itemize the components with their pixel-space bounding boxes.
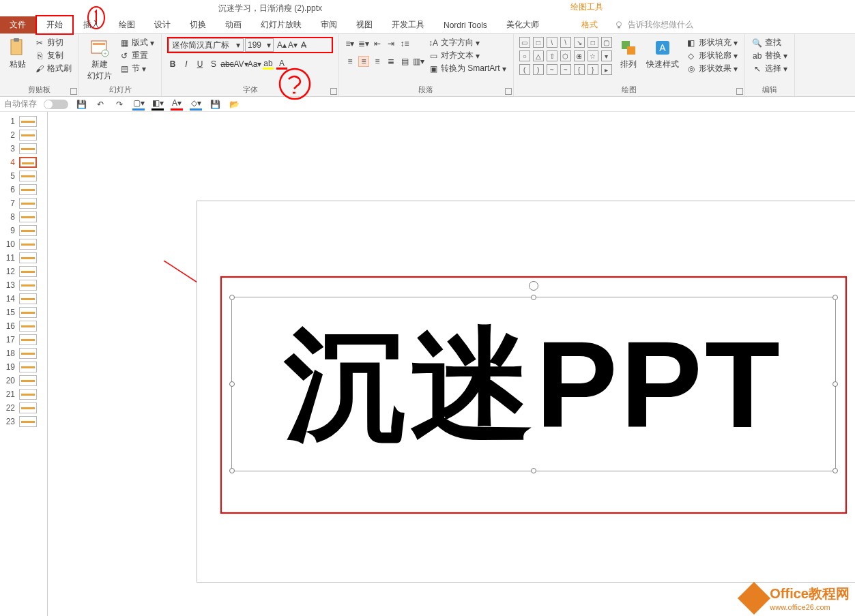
redo-icon[interactable]: ↷	[113, 98, 126, 111]
columns-button[interactable]: ▥▾	[413, 56, 424, 67]
cut-button[interactable]: ✂剪切	[33, 37, 73, 48]
font-size-combo[interactable]: 199▾	[245, 38, 274, 52]
thumbnail-16[interactable]: 16	[0, 319, 47, 333]
thumbnail-21[interactable]: 21	[0, 387, 47, 401]
justify-button[interactable]: ≣	[386, 56, 396, 67]
qat-fill-icon[interactable]: ◧▾	[151, 98, 164, 111]
tab-transitions[interactable]: 切换	[180, 16, 216, 33]
thumbnail-9[interactable]: 9	[0, 224, 47, 237]
thumbnail-23[interactable]: 23	[0, 415, 47, 428]
tab-beautify[interactable]: 美化大师	[497, 16, 549, 33]
qat-save2-icon[interactable]: 💾	[209, 98, 221, 111]
tab-view[interactable]: 视图	[347, 16, 382, 33]
qat-outline-icon[interactable]: ◇▾	[190, 98, 202, 111]
align-center-button[interactable]: ≡	[358, 56, 369, 67]
slide-thumbnails[interactable]: 1234567891011121314151617181920212223	[0, 112, 48, 616]
layout-button[interactable]: ▦版式▾	[117, 37, 156, 48]
tab-design[interactable]: 设计	[145, 16, 180, 33]
paste-button[interactable]: 粘贴	[5, 37, 30, 72]
shape-fill-button[interactable]: ◧形状填充▾	[684, 37, 739, 48]
thumbnail-14[interactable]: 14	[0, 292, 47, 306]
arrange-button[interactable]: 排列	[616, 37, 641, 72]
resize-handle-nw[interactable]	[229, 295, 235, 300]
underline-button[interactable]: U	[194, 59, 205, 70]
thumbnail-17[interactable]: 17	[0, 333, 47, 347]
tab-review[interactable]: 审阅	[311, 16, 347, 33]
thumbnail-19[interactable]: 19	[0, 360, 47, 374]
bold-button[interactable]: B	[167, 59, 178, 70]
highlight-color-button[interactable]: ab	[263, 59, 274, 70]
quick-styles-button[interactable]: A 快速样式	[643, 37, 682, 72]
tab-animations[interactable]: 动画	[216, 16, 251, 33]
thumbnail-12[interactable]: 12	[0, 265, 47, 278]
italic-button[interactable]: I	[181, 59, 192, 70]
tab-file[interactable]: 文件	[0, 16, 35, 33]
tab-nordri[interactable]: Nordri Tools	[434, 18, 497, 33]
format-painter-button[interactable]: 🖌格式刷	[33, 63, 73, 74]
thumbnail-20[interactable]: 20	[0, 374, 47, 387]
reset-button[interactable]: ↺重置	[117, 50, 156, 61]
thumbnail-3[interactable]: 3	[0, 142, 47, 156]
find-button[interactable]: 🔍查找	[751, 37, 789, 48]
thumbnail-22[interactable]: 22	[0, 401, 47, 415]
slide[interactable]: 沉迷PPT	[197, 201, 855, 583]
decrease-font-icon[interactable]: A▾	[287, 40, 298, 50]
replace-button[interactable]: ab替换▾	[751, 50, 789, 61]
resize-handle-sw[interactable]	[229, 468, 235, 473]
bullets-button[interactable]: ≡▾	[345, 38, 356, 49]
align-left-button[interactable]: ≡	[345, 56, 356, 67]
shadow-button[interactable]: S	[208, 59, 219, 70]
slide-text[interactable]: 沉迷PPT	[232, 297, 835, 472]
shape-effects-button[interactable]: ◎形状效果▾	[684, 63, 739, 74]
smartart-button[interactable]: ▣转换为 SmartArt▾	[426, 63, 508, 74]
paragraph-launcher[interactable]	[505, 88, 512, 95]
thumbnail-13[interactable]: 13	[0, 278, 47, 292]
qat-open-icon[interactable]: 📂	[228, 98, 240, 111]
thumbnail-6[interactable]: 6	[0, 183, 47, 196]
numbering-button[interactable]: ≣▾	[358, 38, 369, 49]
resize-handle-n[interactable]	[531, 295, 536, 300]
save-icon[interactable]: 💾	[75, 98, 87, 111]
undo-icon[interactable]: ↶	[94, 98, 106, 111]
clipboard-launcher[interactable]	[70, 88, 77, 95]
qat-shape-icon[interactable]: ▢▾	[132, 98, 145, 111]
resize-handle-se[interactable]	[832, 468, 838, 473]
resize-handle-s[interactable]	[531, 468, 536, 473]
tab-format[interactable]: 格式	[572, 16, 607, 33]
decrease-indent-button[interactable]: ⇤	[372, 38, 383, 49]
thumbnail-5[interactable]: 5	[0, 169, 47, 183]
resize-handle-ne[interactable]	[832, 295, 838, 300]
font-launcher[interactable]	[330, 88, 337, 95]
text-direction-button[interactable]: ↕A文字方向▾	[426, 37, 508, 48]
change-case-button[interactable]: Aa▾	[249, 59, 260, 70]
thumbnail-1[interactable]: 1	[0, 115, 47, 128]
distribute-button[interactable]: ▤	[399, 56, 410, 67]
thumbnail-10[interactable]: 10	[0, 237, 47, 251]
thumbnail-2[interactable]: 2	[0, 128, 47, 142]
align-right-button[interactable]: ≡	[372, 56, 383, 67]
rotation-handle[interactable]	[529, 281, 538, 291]
shapes-gallery[interactable]: ▭□\\↘□▢ ○△⇧⬡֍☆▾ ()~~{}▸	[519, 37, 613, 76]
shape-outline-button[interactable]: ◇形状轮廓▾	[684, 50, 739, 61]
drawing-launcher[interactable]	[736, 88, 743, 95]
thumbnail-18[interactable]: 18	[0, 347, 47, 360]
thumbnail-4[interactable]: 4	[0, 156, 47, 169]
tab-slideshow[interactable]: 幻灯片放映	[251, 16, 311, 33]
font-name-combo[interactable]: 迷你简汉真广标▾	[169, 38, 244, 52]
strike-button[interactable]: abc	[222, 59, 233, 70]
thumbnail-7[interactable]: 7	[0, 196, 47, 210]
resize-handle-e[interactable]	[832, 381, 838, 387]
resize-handle-w[interactable]	[229, 381, 235, 387]
qat-fontcolor-icon[interactable]: A▾	[171, 98, 183, 111]
tab-insert[interactable]: 插入	[74, 16, 109, 33]
increase-indent-button[interactable]: ⇥	[386, 38, 396, 49]
tab-developer[interactable]: 开发工具	[382, 16, 434, 33]
thumbnail-15[interactable]: 15	[0, 306, 47, 319]
increase-font-icon[interactable]: A▴	[276, 40, 287, 50]
tab-home[interactable]: 开始	[35, 15, 74, 35]
section-button[interactable]: ▤节▾	[117, 63, 156, 74]
clear-format-icon[interactable]: A̶	[298, 40, 309, 50]
thumbnail-11[interactable]: 11	[0, 251, 47, 265]
autosave-toggle[interactable]	[44, 100, 68, 109]
new-slide-button[interactable]: + 新建 幻灯片	[85, 37, 115, 83]
